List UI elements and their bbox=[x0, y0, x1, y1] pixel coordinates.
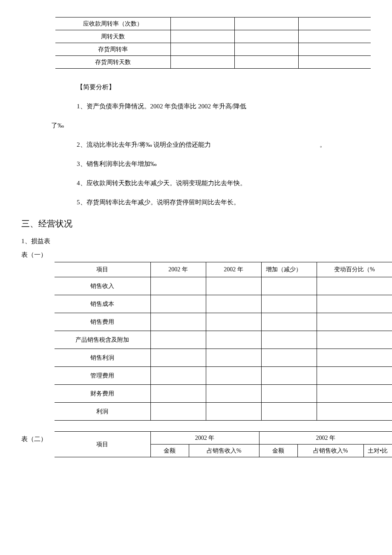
cell-value bbox=[261, 349, 317, 367]
cell-value bbox=[261, 403, 317, 421]
cell-value bbox=[150, 331, 206, 349]
cell-value bbox=[170, 30, 234, 43]
table-row: 销售成本 bbox=[55, 295, 392, 313]
cell-value bbox=[150, 295, 206, 313]
cell-value bbox=[261, 367, 317, 385]
cell-label: 管理费用 bbox=[55, 367, 150, 385]
cell-value bbox=[206, 367, 261, 385]
table-income-statement: 项目 2002 年 2002 年 增加（减少） 变动百分比（% 销售收入 销售成… bbox=[55, 262, 392, 421]
header-year2: 2002 年 bbox=[259, 432, 392, 445]
table-sales-comparison: 项目 2002 年 2002 年 金额 占销售收入% 金额 占销售收入% 土对•… bbox=[55, 431, 392, 457]
table-header-row: 项目 2002 年 2002 年 增加（减少） 变动百分比（% bbox=[55, 262, 392, 277]
sub-header-amount: 金额 bbox=[150, 445, 189, 457]
analysis-header: 【简要分析】 bbox=[0, 81, 392, 93]
cell-value bbox=[261, 331, 317, 349]
header-year1: 2002 年 bbox=[150, 262, 206, 277]
cell-value bbox=[234, 56, 298, 69]
cell-value bbox=[150, 367, 206, 385]
cell-label: 销售利润 bbox=[55, 349, 150, 367]
cell-value bbox=[317, 385, 392, 403]
table-header-row-1: 项目 2002 年 2002 年 bbox=[55, 432, 392, 445]
cell-value bbox=[298, 43, 371, 56]
table-turnover-metrics: 应收款周转率（次数） 周转天数 存货周转率 存货周转天数 bbox=[55, 17, 371, 69]
cell-value bbox=[317, 403, 392, 421]
analysis-item-5: 5、存货周转率比去年减少。说明存货停留时间比去年长。 bbox=[0, 197, 392, 208]
cell-label: 应收款周转率（次数） bbox=[55, 17, 170, 30]
cell-value bbox=[261, 277, 317, 295]
cell-value bbox=[206, 313, 261, 331]
cell-label: 存货周转率 bbox=[55, 43, 170, 56]
cell-value bbox=[261, 295, 317, 313]
table-row: 财务费用 bbox=[55, 385, 392, 403]
analysis-item-2a: 2、流动比率比去年升/将‰ 说明企业的偿还能力 bbox=[77, 139, 211, 151]
analysis-item-1-cont: 了‰ bbox=[0, 120, 392, 131]
cell-label: 存货周转天数 bbox=[55, 56, 170, 69]
cell-label: 销售收入 bbox=[55, 277, 150, 295]
cell-value bbox=[261, 313, 317, 331]
analysis-item-1: 1、资产负债率升降情况。2002 年负债率比 2002 年升高/降低 bbox=[0, 101, 392, 112]
sub-header-amount: 金额 bbox=[259, 445, 297, 457]
table-row: 存货周转天数 bbox=[55, 56, 371, 69]
cell-value bbox=[234, 43, 298, 56]
table-row: 应收款周转率（次数） bbox=[55, 17, 371, 30]
table-row: 周转天数 bbox=[55, 30, 371, 43]
sub-header-compare: 土对•比 bbox=[363, 445, 392, 457]
cell-value bbox=[150, 313, 206, 331]
cell-value bbox=[170, 56, 234, 69]
analysis-item-2b: 。 bbox=[320, 139, 326, 151]
table-row: 管理费用 bbox=[55, 367, 392, 385]
cell-value bbox=[234, 17, 298, 30]
cell-value bbox=[317, 295, 392, 313]
header-year1: 2002 年 bbox=[150, 432, 259, 445]
analysis-item-2: 2、流动比率比去年升/将‰ 说明企业的偿还能力 。 bbox=[0, 139, 392, 151]
header-change: 增加（减少） bbox=[261, 262, 317, 277]
cell-value bbox=[234, 30, 298, 43]
table-row: 利润 bbox=[55, 403, 392, 421]
header-percent: 变动百分比（% bbox=[317, 262, 392, 277]
table-row: 存货周转率 bbox=[55, 43, 371, 56]
table-label-2: 表（二） bbox=[0, 431, 55, 445]
cell-value bbox=[150, 403, 206, 421]
cell-value bbox=[261, 385, 317, 403]
header-item: 项目 bbox=[55, 432, 150, 457]
cell-value bbox=[317, 367, 392, 385]
table-row: 销售费用 bbox=[55, 313, 392, 331]
table-label-1: 表（一） bbox=[0, 249, 392, 261]
cell-value bbox=[317, 349, 392, 367]
cell-value bbox=[150, 349, 206, 367]
analysis-item-3: 3、销售利润率比去年增加‰ bbox=[0, 158, 392, 170]
cell-value bbox=[150, 277, 206, 295]
analysis-item-4: 4、应收款周转天数比去年减少天。说明变现能力比去年快。 bbox=[0, 177, 392, 189]
cell-value bbox=[317, 331, 392, 349]
cell-value bbox=[298, 17, 371, 30]
sub-heading-income: 1、损益表 bbox=[0, 235, 392, 247]
cell-value bbox=[206, 277, 261, 295]
cell-label: 销售成本 bbox=[55, 295, 150, 313]
table-row: 产品销售税含及附加 bbox=[55, 331, 392, 349]
cell-value bbox=[170, 43, 234, 56]
section-heading-3: 三、经营状况 bbox=[0, 216, 392, 231]
cell-label: 销售费用 bbox=[55, 313, 150, 331]
table-row: 销售收入 bbox=[55, 277, 392, 295]
cell-value bbox=[206, 349, 261, 367]
cell-value bbox=[298, 56, 371, 69]
cell-value bbox=[317, 313, 392, 331]
cell-value bbox=[206, 295, 261, 313]
header-item: 项目 bbox=[55, 262, 150, 277]
table-row: 销售利润 bbox=[55, 349, 392, 367]
cell-value bbox=[170, 17, 234, 30]
cell-label: 财务费用 bbox=[55, 385, 150, 403]
cell-value bbox=[206, 385, 261, 403]
cell-label: 产品销售税含及附加 bbox=[55, 331, 150, 349]
cell-label: 周转天数 bbox=[55, 30, 170, 43]
sub-header-percent: 占销售收入% bbox=[297, 445, 363, 457]
cell-value bbox=[206, 403, 261, 421]
sub-header-percent: 占销售收入% bbox=[189, 445, 259, 457]
cell-value bbox=[317, 277, 392, 295]
header-year2: 2002 年 bbox=[206, 262, 261, 277]
cell-value bbox=[206, 331, 261, 349]
cell-value bbox=[298, 30, 371, 43]
cell-label: 利润 bbox=[55, 403, 150, 421]
cell-value bbox=[150, 385, 206, 403]
